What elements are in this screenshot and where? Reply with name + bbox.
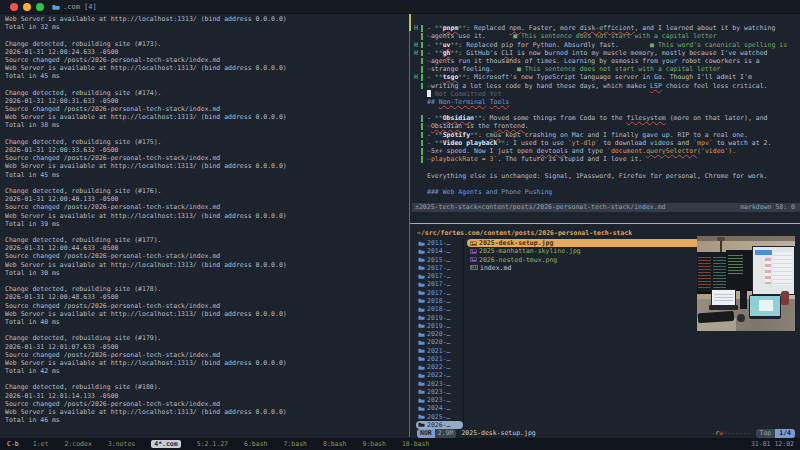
file-name: 2026-nested-tmux.png	[479, 256, 557, 264]
editor-line[interactable]: - **Video playback**: I used to use `yt-…	[412, 139, 800, 147]
editor-line[interactable]: H- **gh**: GitHub's CLI is now burned in…	[412, 49, 800, 57]
editor-line[interactable]: ↪writing a lot less code by hand these d…	[412, 82, 800, 90]
log-line	[5, 277, 407, 285]
directory-row[interactable]: 2017-…	[416, 289, 463, 297]
zoom-window-button[interactable]	[36, 3, 44, 11]
file-row[interactable]: 2025-manhattan-skyline.jpg	[467, 247, 713, 255]
terminal-window: .com [4] Web Server is available at http…	[0, 0, 800, 450]
folder-icon	[418, 348, 425, 353]
folder-icon	[418, 323, 425, 328]
editor-line[interactable]: ↪Obsidian is the frontend.	[412, 122, 800, 130]
log-line: Total in 42 ms	[5, 367, 407, 375]
tmux-window-item[interactable]: 1:et	[33, 440, 49, 448]
directory-name: 2024-…	[427, 404, 450, 412]
editor-line[interactable]: H- **pnpm**: Replaced npm. Faster, more …	[412, 24, 800, 32]
log-line: 2026-01-31 12:00:40.133 -0500	[5, 195, 407, 203]
image-file-icon	[470, 257, 477, 262]
directory-row[interactable]: 2017-…	[416, 272, 463, 280]
log-line: Change detected, rebuilding site (#177).	[5, 236, 407, 244]
editor-line[interactable]: ↪playbackRate = 3`. The future is stupid…	[412, 155, 800, 163]
tmux-window-item[interactable]: 5:2.1.27	[197, 440, 228, 448]
log-line: Change detected, rebuilding site (#173).	[5, 40, 407, 48]
editor-line[interactable]: Not Committed Yet	[412, 90, 800, 98]
directory-row[interactable]: 2018-…	[416, 297, 463, 305]
directory-name: 2021-…	[427, 355, 450, 363]
tmux-vertical-pane-border[interactable]	[409, 14, 410, 437]
tmux-window-current[interactable]: 4*.com	[151, 440, 180, 448]
directory-row[interactable]: 2019-…	[416, 322, 463, 330]
tmux-window-item[interactable]: 3:notes	[108, 440, 135, 448]
editor-line[interactable]	[412, 16, 800, 24]
directory-row[interactable]: 2019-…	[416, 313, 463, 321]
editor-line[interactable]: Everything else is unchanged: Signal, 1P…	[412, 172, 800, 180]
file-name: 2025-manhattan-skyline.jpg	[479, 247, 581, 255]
tmux-window-item[interactable]: 9:bash	[362, 440, 385, 448]
tmux-window-item[interactable]: 8:bash	[323, 440, 346, 448]
directory-row[interactable]: 2026-…	[416, 421, 463, 429]
hugo-server-log-pane[interactable]: Web Server is available at http://localh…	[5, 15, 407, 427]
directory-row[interactable]: 2020-…	[416, 338, 463, 346]
editor-line[interactable]: ↪5x+ speed. Now I just open devtools and…	[412, 147, 800, 155]
yazi-selected-filename: 2025-desk-setup.jpg	[461, 429, 535, 438]
editor-line[interactable]: ### Web Agents and Phone Pushing	[412, 188, 800, 196]
directory-row[interactable]: 2015-…	[416, 256, 463, 264]
directory-row[interactable]: 2023-…	[416, 388, 463, 396]
directory-row[interactable]: 2018-…	[416, 305, 463, 313]
log-line: Source changed /posts/2026-personal-tech…	[5, 302, 407, 310]
editor-line[interactable]	[412, 163, 800, 171]
file-row[interactable]: 2025-desk-setup.jpg	[467, 239, 713, 247]
editor-pane[interactable]: H- **pnpm**: Replaced npm. Faster, more …	[412, 16, 800, 202]
log-line: Web Server is available at http://localh…	[5, 15, 407, 23]
directory-row[interactable]: 2025-…	[416, 413, 463, 421]
tmux-horizontal-pane-border[interactable]	[410, 223, 800, 224]
log-line: Total in 40 ms	[5, 318, 407, 326]
directory-row[interactable]: 2020-…	[416, 330, 463, 338]
tmux-window-item[interactable]: 2:codex	[64, 440, 91, 448]
directory-row[interactable]: 2023-…	[416, 380, 463, 388]
log-line	[5, 179, 407, 187]
directory-row[interactable]: 2011-…	[416, 239, 463, 247]
editor-line[interactable]: ↪agents run it thousands of times. Learn…	[412, 57, 800, 65]
folder-icon	[418, 298, 425, 303]
editor-line[interactable]: ↪strange feeling. ■ This sentence does n…	[412, 65, 800, 73]
editor-line[interactable]	[412, 106, 800, 114]
folder-icon	[418, 282, 425, 287]
tmux-status-bar: C-b 1:et2:codex3:notes4*.com5:2.1.276:ba…	[0, 438, 800, 450]
folder-icon	[52, 4, 60, 10]
git-added-gutter-bar	[421, 66, 423, 73]
editor-line[interactable]: ## Non-Terminal Tools	[412, 98, 800, 106]
directory-name: 2026-…	[427, 421, 450, 429]
editor-line[interactable]: - **Spotify**: cmus kept crashing on Mac…	[412, 131, 800, 139]
folder-icon	[418, 274, 425, 279]
directory-row[interactable]: 2024-…	[416, 404, 463, 412]
tmux-window-item[interactable]: 10-bash	[402, 440, 429, 448]
preview-portable-monitor	[749, 295, 781, 319]
minimize-window-button[interactable]	[23, 3, 31, 11]
file-row[interactable]: 2026-nested-tmux.png	[467, 256, 713, 264]
file-row[interactable]: index.md	[467, 264, 713, 272]
directory-row[interactable]: 2023-…	[416, 396, 463, 404]
folder-icon	[418, 257, 425, 262]
editor-line[interactable]	[412, 180, 800, 188]
log-line	[5, 130, 407, 138]
editor-line[interactable]: ↪agents use it. ■ This sentence does not…	[412, 32, 800, 40]
directory-row[interactable]: 2014-…	[416, 247, 463, 255]
folder-icon	[418, 249, 425, 254]
git-added-gutter-bar	[421, 156, 423, 163]
directory-row[interactable]: 2022-…	[416, 371, 463, 379]
tmux-window-item[interactable]: 6:bash	[244, 440, 267, 448]
directory-row[interactable]: 2017-…	[416, 280, 463, 288]
tmux-prefix-indicator: C-b	[7, 440, 19, 448]
directory-row[interactable]: 2017-…	[416, 264, 463, 272]
directory-row[interactable]: 2022-…	[416, 363, 463, 371]
editor-line[interactable]: H- **tsgo**: Microsoft's new TypeScript …	[412, 73, 800, 81]
editor-line[interactable]: H- **uv**: Replaced pip for Python. Absu…	[412, 41, 800, 49]
directory-row[interactable]: 2021-…	[416, 346, 463, 354]
close-window-button[interactable]	[10, 3, 18, 11]
git-added-gutter-bar	[421, 74, 423, 81]
log-line	[5, 326, 407, 334]
editor-line[interactable]: - **Obsidian**: Moved some things from C…	[412, 114, 800, 122]
tmux-window-item[interactable]: 7:bash	[284, 440, 307, 448]
log-line: Web Server is available at http://localh…	[5, 162, 407, 170]
directory-row[interactable]: 2021-…	[416, 355, 463, 363]
